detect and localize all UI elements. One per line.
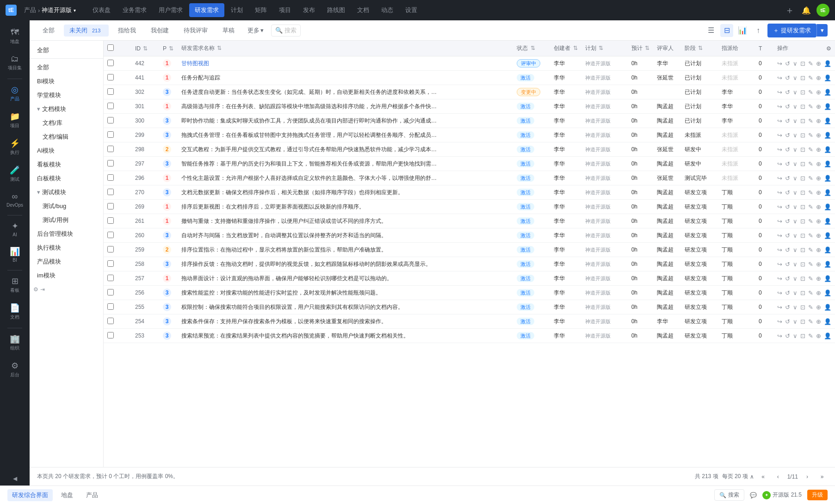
row-delete-icon[interactable]: 👤: [824, 103, 831, 110]
row-id[interactable]: 260: [131, 228, 159, 243]
th-stage[interactable]: 阶段 ⇅: [681, 41, 718, 56]
row-forward-icon[interactable]: ↪: [777, 218, 782, 225]
row-name[interactable]: 排序位置指示：在拖动过程中，显示文档将放置的新位置指示，帮助用户准确放置。: [178, 243, 513, 257]
top-nav-item-用户需求[interactable]: 用户需求: [153, 3, 188, 17]
row-copy-icon[interactable]: ⊕: [816, 146, 821, 153]
th-priority[interactable]: P ⇅: [159, 41, 178, 56]
row-edit-icon[interactable]: ✎: [808, 189, 813, 196]
row-archive-icon[interactable]: ⊡: [800, 160, 805, 167]
row-archive-icon[interactable]: ⊡: [800, 275, 805, 282]
row-status-icon[interactable]: ∨: [793, 189, 798, 196]
row-copy-icon[interactable]: ⊕: [816, 175, 821, 182]
row-id[interactable]: 298: [131, 142, 159, 157]
top-nav-item-计划[interactable]: 计划: [225, 3, 248, 17]
module-expand-icon[interactable]: ⇥: [40, 286, 45, 293]
row-select-checkbox[interactable]: [107, 160, 114, 166]
row-delete-icon[interactable]: 👤: [824, 89, 831, 96]
upgrade-btn[interactable]: 升级: [807, 490, 828, 500]
requirement-name-text[interactable]: 拖拽式任务管理：在任务看板或甘特图中支持拖拽式任务管理，用户可以轻松调整任务顺序…: [181, 132, 437, 138]
requirement-name-text[interactable]: 搜索性能监控：对搜索功能的性能进行实时监控，及时发现并解决性能瓶颈问题。: [181, 289, 381, 296]
prev-page-btn[interactable]: ‹: [773, 471, 784, 482]
breadcrumb-dropdown-icon[interactable]: ▾: [74, 8, 76, 13]
row-copy-icon[interactable]: ⊕: [816, 261, 821, 268]
requirement-name-text[interactable]: 搜索结果预览：在搜索结果列表中提供文档内容的预览摘要，帮助用户快速判断文档相关性…: [181, 332, 409, 339]
row-edit-icon[interactable]: ✎: [808, 332, 813, 339]
row-name[interactable]: 交互式教程：为新手用户提供交互式教程，通过引导式任务帮助用户快速熟悉软件功能，减…: [178, 142, 513, 157]
sidebar-item-doc[interactable]: 📄 文档: [0, 299, 30, 324]
row-copy-icon[interactable]: ⊕: [816, 332, 821, 339]
row-delete-icon[interactable]: 👤: [824, 160, 831, 167]
row-forward-icon[interactable]: ↪: [777, 189, 782, 196]
top-nav-item-项目[interactable]: 项目: [273, 3, 297, 17]
status-sort-icon[interactable]: ⇅: [531, 45, 535, 51]
top-nav-item-矩阵[interactable]: 矩阵: [249, 3, 272, 17]
sidebar-item-exec[interactable]: ⚡ 执行: [0, 135, 30, 160]
row-status-icon[interactable]: ∨: [793, 203, 798, 210]
row-forward-icon[interactable]: ↪: [777, 175, 782, 182]
top-nav-item-设置[interactable]: 设置: [400, 3, 423, 17]
row-id[interactable]: 255: [131, 300, 159, 314]
row-forward-icon[interactable]: ↪: [777, 60, 782, 67]
row-status-icon[interactable]: ∨: [793, 218, 798, 225]
row-status[interactable]: 激活: [513, 329, 550, 343]
export-btn[interactable]: ↑: [752, 24, 765, 37]
row-select-checkbox[interactable]: [107, 146, 114, 152]
stage-sort-icon[interactable]: ⇅: [698, 45, 703, 51]
module-item-全部[interactable]: 全部: [30, 61, 103, 74]
sidebar-item-projects[interactable]: 🗂 项目集: [0, 50, 30, 75]
row-edit-icon[interactable]: ✎: [808, 117, 813, 124]
breadcrumb-current[interactable]: 神道开源版 ▾: [42, 6, 76, 14]
row-archive-icon[interactable]: ⊡: [800, 203, 805, 210]
requirement-name-text[interactable]: 文档元数据更新：确保文档排序操作后，相关元数据（如排序顺序字段）也得到相应更新。: [181, 189, 403, 196]
row-delete-icon[interactable]: 👤: [824, 261, 831, 268]
requirement-name-text[interactable]: 搜索条件保存：支持用户保存搜索条件为模板，以便将来快速重复相同的搜索操作。: [181, 318, 387, 325]
row-undo-icon[interactable]: ↺: [785, 218, 790, 225]
row-status-icon[interactable]: ∨: [793, 318, 798, 325]
module-item-BI模块[interactable]: BI模块: [30, 74, 103, 88]
row-archive-icon[interactable]: ⊡: [800, 232, 805, 239]
row-archive-icon[interactable]: ⊡: [800, 218, 805, 225]
requirement-name-text[interactable]: 高级筛选与排序：在任务列表、缺陷跟踪等模块中增加高级筛选和排序功能，允许用户根据…: [181, 103, 437, 110]
row-status[interactable]: 激活: [513, 271, 550, 286]
row-undo-icon[interactable]: ↺: [785, 332, 790, 339]
row-delete-icon[interactable]: 👤: [824, 332, 831, 339]
row-select-checkbox[interactable]: [107, 88, 114, 95]
row-select-checkbox[interactable]: [107, 189, 114, 195]
plan-sort-icon[interactable]: ⇅: [599, 45, 603, 51]
module-item-测试模块[interactable]: ▾ 测试模块: [30, 185, 103, 199]
row-edit-icon[interactable]: ✎: [808, 203, 813, 210]
row-id[interactable]: 258: [131, 257, 159, 271]
row-copy-icon[interactable]: ⊕: [816, 74, 821, 81]
row-forward-icon[interactable]: ↪: [777, 146, 782, 153]
sidebar-item-ai[interactable]: ✦ AI: [0, 217, 30, 241]
row-undo-icon[interactable]: ↺: [785, 103, 790, 110]
row-delete-icon[interactable]: 👤: [824, 203, 831, 210]
row-delete-icon[interactable]: 👤: [824, 318, 831, 325]
row-delete-icon[interactable]: 👤: [824, 232, 831, 239]
row-id[interactable]: 441: [131, 71, 159, 85]
card-view-btn[interactable]: ⊟: [720, 24, 733, 37]
row-forward-icon[interactable]: ↪: [777, 203, 782, 210]
row-name[interactable]: 排序后更新视图：在文档排序后，立即更新界面视图以反映新的排序顺序。: [178, 200, 513, 214]
row-copy-icon[interactable]: ⊕: [816, 318, 821, 325]
row-forward-icon[interactable]: ↪: [777, 117, 782, 124]
th-creator[interactable]: 创建者 ⇅: [550, 41, 581, 56]
sidebar-item-project[interactable]: 📁 项目: [0, 108, 30, 133]
row-archive-icon[interactable]: ⊡: [800, 132, 805, 139]
row-select-checkbox[interactable]: [107, 117, 114, 123]
row-archive-icon[interactable]: ⊡: [800, 289, 805, 296]
row-id[interactable]: 261: [131, 214, 159, 228]
th-id[interactable]: ID ⇅: [131, 41, 159, 56]
name-sort-icon[interactable]: ⇅: [217, 45, 222, 51]
requirement-name-text[interactable]: 权限控制：确保搜索功能符合项目的权限设置，用户只能搜索到其有权限访问的文档内容。: [181, 304, 403, 310]
row-undo-icon[interactable]: ↺: [785, 60, 790, 67]
row-status[interactable]: 激活: [513, 200, 550, 214]
top-nav-item-路线图[interactable]: 路线图: [322, 3, 351, 17]
row-status[interactable]: 激活: [513, 157, 550, 171]
row-forward-icon[interactable]: ↪: [777, 332, 782, 339]
row-undo-icon[interactable]: ↺: [785, 146, 790, 153]
sidebar-item-board[interactable]: ⊞ 看板: [0, 272, 30, 297]
th-est[interactable]: 预计 ⇅: [628, 41, 653, 56]
row-status-icon[interactable]: ∨: [793, 304, 798, 311]
module-item-执行模块[interactable]: 执行模块: [30, 241, 103, 255]
